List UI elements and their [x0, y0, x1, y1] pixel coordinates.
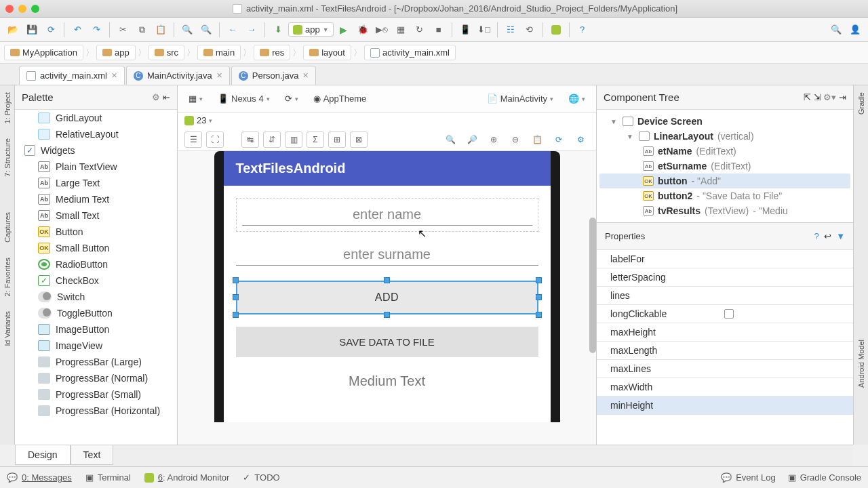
back-icon[interactable]: ← [224, 21, 241, 39]
palette-item[interactable]: ProgressBar (Horizontal) [15, 403, 177, 419]
tree-row[interactable]: ▼LinearLayout (vertical) [599, 129, 850, 144]
expand-icon[interactable]: ⛶ [206, 131, 224, 148]
undo-icon[interactable]: ↶ [68, 21, 86, 39]
sync-icon[interactable]: ⟳ [42, 21, 60, 39]
help-icon[interactable]: ? [574, 21, 591, 39]
theme-selector[interactable]: ◉ AppTheme [309, 91, 371, 106]
property-row[interactable]: maxLines [597, 360, 853, 378]
tree-hide-icon[interactable]: ⇥ [839, 92, 846, 102]
tree-row[interactable]: ▼Device Screen [599, 114, 850, 129]
center-icon[interactable]: ▥ [285, 131, 302, 148]
device-selector[interactable]: 📱 Nexus 4 ▾ [214, 91, 274, 106]
palette-item[interactable]: OKButton [15, 224, 177, 240]
palette-item[interactable]: AbLarge Text [15, 175, 177, 191]
zoom-in-icon[interactable]: ⊕ [485, 131, 502, 148]
palette-item[interactable]: ImageButton [15, 321, 177, 338]
activity-selector[interactable]: 📄 MainActivity▾ [483, 91, 557, 106]
breadcrumb-item[interactable]: app [96, 45, 136, 60]
property-row[interactable]: longClickable [597, 305, 853, 323]
property-checkbox[interactable] [724, 309, 734, 319]
palette-item[interactable]: ✓Widgets [15, 142, 177, 159]
tree-row[interactable]: OKbutton - "Add" [599, 174, 850, 188]
run-icon[interactable]: ▶ [335, 21, 353, 39]
project-structure-icon[interactable]: ☷ [502, 21, 519, 39]
settings-icon[interactable]: ⚙ [572, 131, 589, 148]
tool-favorites[interactable]: 2: Favorites [3, 255, 12, 299]
make-icon[interactable]: ⬇ [269, 21, 287, 39]
run-config-selector[interactable]: app ▼ [288, 22, 334, 37]
distribute-h-icon[interactable]: ↹ [241, 131, 259, 148]
tree-settings-icon[interactable]: ⚙▾ [823, 92, 836, 102]
tool-structure[interactable]: 7: Structure [3, 136, 12, 180]
preview-etname[interactable]: enter name [236, 198, 538, 232]
zoom-actual-icon[interactable]: 🔎 [463, 131, 481, 148]
sum-icon[interactable]: Σ [307, 131, 324, 148]
zoom-window-button[interactable] [31, 5, 39, 13]
palette-item[interactable]: ProgressBar (Normal) [15, 370, 177, 386]
status-android-monitor[interactable]: 6: Android Monitor [144, 472, 230, 483]
zoom-out-icon[interactable]: ⊖ [507, 131, 524, 148]
align-icon[interactable]: ☰ [184, 131, 202, 148]
close-tab-icon[interactable]: ✕ [216, 71, 222, 80]
palette-settings-icon[interactable]: ⚙ [152, 92, 160, 102]
breadcrumb-item[interactable]: src [149, 45, 184, 60]
expand-all-icon[interactable]: ⇱ [804, 92, 811, 102]
collapse-all-icon[interactable]: ⇲ [814, 92, 821, 102]
debug-icon[interactable]: 🐞 [354, 21, 372, 39]
tree-row[interactable]: AbetSurname (EditText) [599, 159, 850, 174]
vertical-scrollbar[interactable] [589, 218, 596, 353]
search-everywhere-icon[interactable]: 🔍 [827, 21, 845, 39]
tool-gradle[interactable]: Gradle [857, 89, 865, 117]
editor-tab[interactable]: CMainActivity.java✕ [126, 66, 230, 85]
attach-icon[interactable]: ▶⎋ [373, 21, 391, 39]
palette-item[interactable]: AbPlain TextView [15, 159, 177, 175]
tool-project[interactable]: 1: Project [3, 89, 12, 126]
clipboard-icon[interactable]: 📋 [528, 131, 546, 148]
property-row[interactable]: letterSpacing [597, 268, 853, 287]
android-device-icon[interactable] [547, 21, 565, 39]
tree-row[interactable]: OKbutton2 - "Save Data to File" [599, 188, 850, 203]
sdk-icon[interactable]: ⬇□ [475, 21, 493, 39]
palette-item[interactable]: AbSmall Text [15, 207, 177, 224]
tool-captures[interactable]: Captures [3, 209, 12, 245]
status-gradle-console[interactable]: ▣ Gradle Console [788, 472, 861, 483]
property-row[interactable]: maxHeight [597, 323, 853, 342]
preview-tvresults[interactable]: Medium Text [236, 373, 538, 389]
property-row[interactable]: minHeight [597, 396, 853, 415]
palette-item[interactable]: ProgressBar (Large) [15, 354, 177, 370]
palette-item[interactable]: ✓CheckBox [15, 272, 177, 289]
palette-item[interactable]: ProgressBar (Small) [15, 386, 177, 403]
distribute-v-icon[interactable]: ⇵ [263, 131, 281, 148]
baseline-icon[interactable]: ⊞ [328, 131, 346, 148]
property-row[interactable]: maxLength [597, 342, 853, 360]
locale-icon[interactable]: 🌐 ▾ [564, 91, 589, 106]
redo-icon[interactable]: ↷ [87, 21, 105, 39]
orientation-icon[interactable]: ⟳ ▾ [281, 91, 302, 106]
save-icon[interactable]: 💾 [23, 21, 41, 39]
replace-icon[interactable]: 🔍 [197, 21, 215, 39]
user-icon[interactable]: 👤 [846, 21, 864, 39]
palette-item[interactable]: AbMedium Text [15, 191, 177, 207]
palette-item[interactable]: RelativeLayout [15, 126, 177, 142]
stop-icon[interactable]: ■ [430, 21, 448, 39]
profile-icon[interactable]: ↻ [411, 21, 429, 39]
status-messages[interactable]: 💬 0: Messages [7, 472, 72, 483]
coverage-icon[interactable]: ▦ [392, 21, 410, 39]
palette-item[interactable]: ToggleButton [15, 305, 177, 321]
tree-row[interactable]: AbtvResults (TextView) - "Mediu [599, 203, 850, 218]
palette-item[interactable]: Switch [15, 289, 177, 305]
properties-restore-icon[interactable]: ↩ [824, 231, 831, 241]
editor-tab[interactable]: activity_main.xml✕ [19, 66, 125, 85]
forward-icon[interactable]: → [243, 21, 260, 39]
palette-item[interactable]: ImageView [15, 338, 177, 354]
palette-hide-icon[interactable]: ⇤ [163, 92, 170, 102]
breadcrumb-item[interactable]: layout [303, 45, 351, 60]
breadcrumb-item[interactable]: res [254, 45, 290, 60]
breadcrumb-item[interactable]: main [197, 45, 241, 60]
palette-item[interactable]: RadioButton [15, 256, 177, 272]
property-row[interactable]: labelFor [597, 250, 853, 268]
preview-etsurname[interactable]: enter surname [236, 244, 538, 266]
properties-filter-icon[interactable]: ▼ [836, 231, 845, 241]
properties-help-icon[interactable]: ? [814, 231, 818, 241]
refresh-icon[interactable]: ⟳ [550, 131, 568, 148]
